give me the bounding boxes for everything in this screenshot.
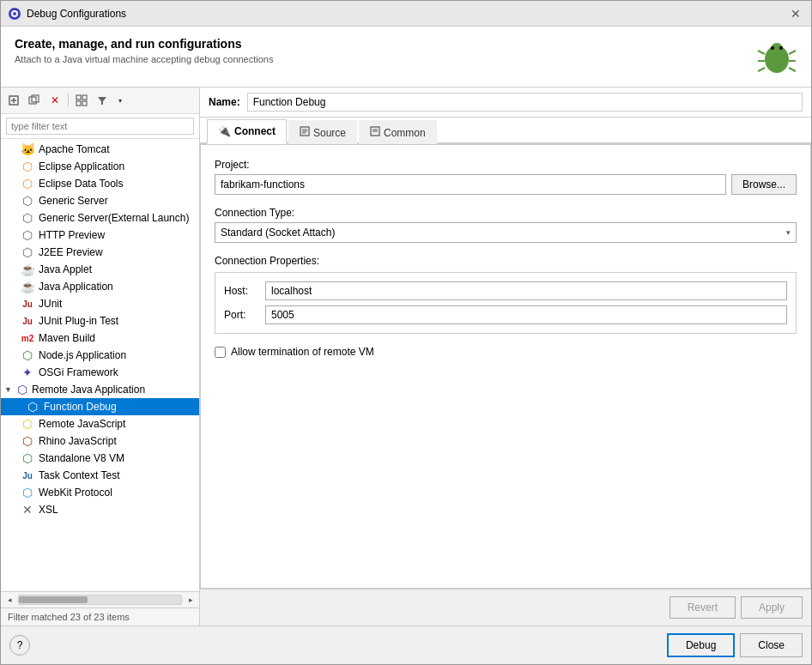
connection-type-row: Standard (Socket Attach) ▾: [215, 222, 797, 243]
window-close-button[interactable]: ✕: [787, 6, 804, 21]
tree-item-maven-build[interactable]: m2 Maven Build: [1, 329, 199, 347]
filter-input[interactable]: [6, 118, 194, 135]
tree-label-http-preview: HTTP Preview: [39, 229, 105, 241]
common-tab-icon: [370, 126, 380, 139]
right-panel: Name: 🔌 Connect Source: [200, 88, 811, 626]
project-group: Project: Browse...: [215, 159, 797, 195]
connection-type-group: Connection Type: Standard (Socket Attach…: [215, 207, 797, 243]
config-area: Project: Browse... Connection Type: Stan…: [200, 144, 811, 589]
svg-line-10: [789, 68, 796, 71]
tree-item-remote-js[interactable]: ⬡ Remote JavaScript: [1, 415, 199, 432]
port-label: Port:: [224, 309, 258, 321]
svg-line-5: [758, 51, 765, 54]
maven-icon: m2: [20, 334, 35, 343]
tree-item-j2ee-preview[interactable]: ⬡ J2EE Preview: [1, 244, 199, 261]
tab-connect-label: Connect: [234, 125, 276, 137]
scroll-right-btn[interactable]: ▸: [185, 595, 196, 604]
osgi-icon: ✦: [20, 366, 35, 379]
tree-item-task-context[interactable]: Ju Task Context Test: [1, 467, 199, 484]
tree-label-xsl: XSL: [39, 504, 58, 516]
tab-source[interactable]: Source: [288, 120, 357, 144]
tree-item-webkit[interactable]: ⬡ WebKit Protocol: [1, 484, 199, 501]
connection-type-label: Connection Type:: [215, 207, 797, 219]
close-button[interactable]: Close: [740, 633, 803, 657]
debug-icon: [8, 7, 21, 21]
action-bar: Revert Apply: [200, 589, 811, 626]
title-text: Debug Configurations: [27, 8, 126, 20]
connect-tab-icon: 🔌: [218, 125, 231, 137]
tree-label-nodejs: Node.js Application: [39, 349, 126, 361]
tree-item-eclipse-application[interactable]: ⬡ Eclipse Application: [1, 158, 199, 175]
scroll-left-btn[interactable]: ◂: [4, 595, 15, 604]
allow-termination-label[interactable]: Allow termination of remote VM: [231, 346, 374, 358]
tree-item-java-applet[interactable]: ☕ Java Applet: [1, 261, 199, 278]
apply-button[interactable]: Apply: [741, 596, 803, 619]
duplicate-config-button[interactable]: [25, 91, 44, 110]
host-port-section: Host: Port:: [215, 272, 797, 334]
tree-label-apache-tomcat: Apache Tomcat: [39, 143, 110, 155]
svg-rect-18: [76, 95, 81, 100]
tree-item-rhino-js[interactable]: ⬡ Rhino JavaScript: [1, 432, 199, 450]
hscroll-thumb: [19, 596, 88, 603]
delete-config-button[interactable]: ✕: [45, 91, 64, 110]
bottom-right: Debug Close: [667, 633, 803, 657]
tree: 🐱 Apache Tomcat ⬡ Eclipse Application ⬡ …: [1, 139, 199, 591]
help-button[interactable]: ?: [9, 635, 30, 656]
expand-all-button[interactable]: [93, 91, 112, 110]
tree-item-generic-server-external[interactable]: ⬡ Generic Server(External Launch): [1, 209, 199, 227]
tree-item-generic-server[interactable]: ⬡ Generic Server: [1, 192, 199, 209]
tree-label-junit-plugin: JUnit Plug-in Test: [39, 315, 118, 327]
filter-status: Filter matched 23 of 23 items: [1, 608, 199, 626]
revert-button[interactable]: Revert: [670, 596, 736, 619]
tab-connect[interactable]: 🔌 Connect: [207, 119, 287, 144]
filter-status-text: Filter matched 23 of 23 items: [8, 612, 130, 622]
tree-label-generic-server-external: Generic Server(External Launch): [39, 212, 189, 224]
tree-label-eclipse-data-tools: Eclipse Data Tools: [39, 178, 124, 190]
host-input[interactable]: [265, 281, 787, 300]
tab-source-label: Source: [313, 127, 346, 139]
tab-common-label: Common: [384, 127, 426, 139]
hscroll-track: [18, 595, 182, 605]
tree-item-v8-vm[interactable]: ⬡ Standalone V8 VM: [1, 450, 199, 467]
tree-item-java-application[interactable]: ☕ Java Application: [1, 278, 199, 295]
project-input[interactable]: [215, 174, 726, 195]
left-panel: ✕ ▾ 🐱 Apache Tomcat: [1, 88, 200, 626]
tree-item-xsl[interactable]: ✕ XSL: [1, 501, 199, 518]
junit-icon: Ju: [20, 299, 35, 309]
tree-item-eclipse-data-tools[interactable]: ⬡ Eclipse Data Tools: [1, 175, 199, 192]
header-bug-icon: [756, 37, 797, 78]
connection-type-select[interactable]: Standard (Socket Attach) ▾: [215, 222, 797, 243]
tree-item-remote-java[interactable]: ▼ ⬡ Remote Java Application: [1, 381, 199, 398]
debug-button[interactable]: Debug: [667, 633, 735, 657]
connection-type-value: Standard (Socket Attach): [221, 227, 335, 239]
tree-label-webkit: WebKit Protocol: [39, 487, 112, 499]
tree-item-function-debug[interactable]: ⬡ Function Debug: [1, 398, 199, 415]
new-config-button[interactable]: [4, 91, 23, 110]
name-input[interactable]: [247, 93, 803, 112]
rhino-js-icon: ⬡: [20, 434, 35, 448]
tree-item-osgi[interactable]: ✦ OSGi Framework: [1, 364, 199, 381]
tree-item-apache-tomcat[interactable]: 🐱 Apache Tomcat: [1, 141, 199, 158]
connection-properties-label: Connection Properties:: [215, 255, 797, 267]
svg-rect-19: [82, 95, 87, 100]
browse-button[interactable]: Browse...: [731, 174, 797, 195]
allow-termination-checkbox[interactable]: [215, 347, 226, 358]
tree-label-generic-server: Generic Server: [39, 195, 108, 207]
svg-point-12: [779, 46, 783, 50]
tree-item-nodejs[interactable]: ⬡ Node.js Application: [1, 347, 199, 364]
port-input[interactable]: [265, 305, 787, 324]
tree-item-http-preview[interactable]: ⬡ HTTP Preview: [1, 227, 199, 244]
remote-java-icon: ⬡: [15, 383, 30, 396]
tree-label-java-applet: Java Applet: [39, 263, 92, 275]
tab-common[interactable]: Common: [359, 120, 437, 144]
left-scrollbar: ◂ ▸: [1, 591, 199, 608]
tabs-bar: 🔌 Connect Source Common: [200, 118, 811, 144]
toolbar-dropdown-button[interactable]: ▾: [113, 91, 127, 110]
tree-item-junit-plugin[interactable]: Ju JUnit Plug-in Test: [1, 312, 199, 329]
tree-label-remote-java: Remote Java Application: [32, 384, 145, 396]
tree-item-junit[interactable]: Ju JUnit: [1, 295, 199, 312]
collapse-all-button[interactable]: [72, 91, 91, 110]
java-applet-icon: ☕: [20, 263, 35, 276]
port-row: Port:: [224, 305, 787, 324]
tomcat-icon: 🐱: [20, 142, 35, 156]
